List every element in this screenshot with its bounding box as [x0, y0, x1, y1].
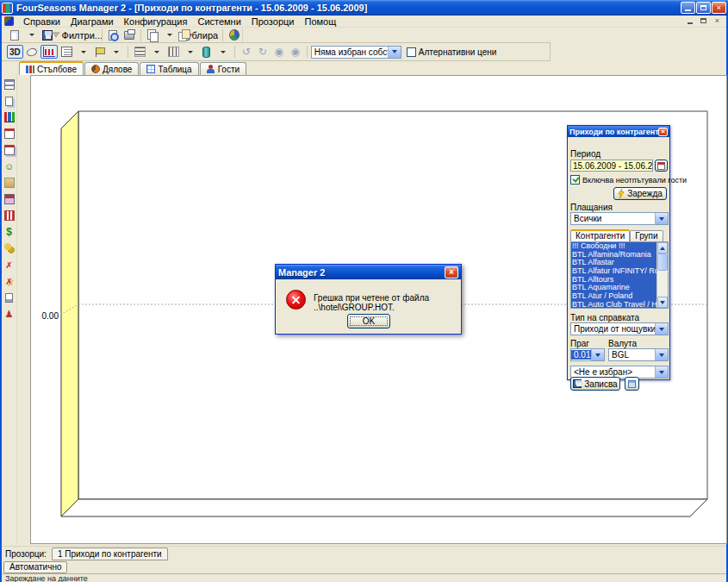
list-item[interactable]: BTL Alfamina/Romania: [571, 251, 656, 260]
period-date-field[interactable]: 15.06.2009 - 15.06.2009: [570, 160, 653, 172]
dialog-close-button[interactable]: ×: [445, 266, 458, 278]
print-button[interactable]: [121, 28, 137, 42]
chart-button[interactable]: [3, 110, 16, 124]
load-button[interactable]: Зарежда: [613, 187, 667, 200]
calendar-duplicate-button[interactable]: [3, 143, 16, 157]
vertical-grid-dropdown[interactable]: [183, 45, 198, 59]
mdi-minimize-button[interactable]: [684, 16, 695, 26]
payments-combobox-arrow[interactable]: [655, 213, 668, 224]
duplicate-button[interactable]: Дублира: [177, 28, 219, 42]
list-item[interactable]: !!! Свободни !!!: [571, 242, 656, 251]
new-report-dropdown[interactable]: [23, 28, 39, 42]
hotel-button[interactable]: [3, 192, 16, 206]
menu-Прозорци[interactable]: Прозорци: [246, 16, 300, 28]
mdi-restore-button[interactable]: [698, 16, 709, 26]
currency-combobox[interactable]: BGL: [608, 348, 669, 361]
mdi-child-icon[interactable]: [4, 16, 14, 26]
panel-close-button[interactable]: ×: [658, 128, 668, 136]
list-item[interactable]: BTL Alltours: [571, 276, 656, 285]
automatic-button[interactable]: Автоматично: [3, 561, 67, 573]
axis-toggle[interactable]: [40, 45, 58, 59]
print-preview-button[interactable]: [105, 28, 121, 42]
menu-Диаграми[interactable]: Диаграми: [65, 16, 119, 28]
document-transfer-button[interactable]: [3, 291, 16, 304]
horizontal-grid-dropdown[interactable]: [149, 45, 165, 59]
owner-combobox[interactable]: Няма избран собственици: [311, 46, 401, 59]
person-report-button[interactable]: [3, 307, 16, 321]
menu-Помощ[interactable]: Помощ: [299, 16, 341, 28]
calendar-button[interactable]: [3, 127, 16, 141]
dialog-title-bar[interactable]: Manager 2 ×: [276, 265, 461, 279]
cancel-payment-button[interactable]: [3, 258, 16, 272]
filters-button[interactable]: Филтри...: [56, 28, 98, 42]
ok-button[interactable]: OK: [347, 314, 390, 329]
panel-title-bar[interactable]: Приходи по контрагенти ×: [568, 126, 669, 137]
tab-Таблица[interactable]: Таблица: [140, 62, 198, 75]
restore-button[interactable]: [696, 2, 711, 14]
profile-combobox-arrow[interactable]: [655, 366, 668, 378]
currency-combobox-arrow[interactable]: [655, 349, 668, 360]
minimize-button[interactable]: [681, 2, 695, 14]
tab-Дялове[interactable]: Дялове: [84, 62, 139, 75]
print-folder-button[interactable]: [3, 176, 16, 190]
threshold-combobox-arrow[interactable]: [591, 349, 604, 360]
panel-save-button[interactable]: Записва: [570, 377, 620, 391]
edit-export-button[interactable]: [3, 94, 16, 108]
new-report-button[interactable]: [7, 28, 22, 42]
depth-increase-button[interactable]: ◉: [288, 45, 303, 59]
calendar-button[interactable]: [655, 160, 668, 172]
scroll-thumb[interactable]: [657, 253, 668, 271]
list-item[interactable]: BTL Alfastar: [571, 259, 656, 267]
horizontal-grid-button[interactable]: [132, 45, 148, 59]
tab-Стълбове[interactable]: Стълбове: [19, 61, 84, 75]
legend-button[interactable]: [59, 45, 75, 59]
menu-Конфигурация[interactable]: Конфигурация: [119, 16, 193, 28]
vertical-grid-button[interactable]: [165, 45, 182, 59]
owner-combobox-arrow[interactable]: [388, 47, 401, 58]
include-guests-row[interactable]: Включва неотпътували гости: [570, 175, 687, 185]
listbox-scrollbar[interactable]: [656, 242, 668, 308]
panel-tab-Групи[interactable]: Групи: [630, 230, 663, 241]
rotate-left-button[interactable]: ↺: [239, 45, 254, 59]
alt-prices-checkbox-row[interactable]: Алтернативни цени: [407, 47, 497, 57]
legend-dropdown[interactable]: [76, 45, 91, 59]
title-bar[interactable]: FourSeasons Manager 2 - [Приходи по конт…: [0, 0, 728, 16]
labels-dropdown[interactable]: [109, 45, 124, 59]
window-list-button[interactable]: [3, 78, 16, 91]
list-item[interactable]: BTL Atur / Poland: [571, 292, 656, 301]
tab-Гости[interactable]: Гости: [200, 62, 246, 75]
mdi-close-button[interactable]: ×: [712, 16, 723, 26]
bar-style-button[interactable]: [199, 45, 215, 59]
block-key-button[interactable]: [3, 274, 16, 288]
report-type-combobox-arrow[interactable]: [655, 323, 668, 335]
list-item[interactable]: BTL Auto Club Travel / Hunga: [571, 301, 656, 308]
payments-combobox[interactable]: Всички: [570, 212, 669, 225]
copy-button[interactable]: [145, 28, 160, 42]
labels-button[interactable]: [92, 45, 108, 59]
copy-dropdown[interactable]: [161, 28, 177, 42]
payments-button[interactable]: [3, 241, 16, 255]
menu-Системни[interactable]: Системни: [192, 16, 246, 28]
list-item[interactable]: BTL Alfatur INFINITY/ Romani: [571, 267, 656, 276]
include-guests-checkbox[interactable]: [570, 175, 580, 185]
contractors-listbox[interactable]: !!! Свободни !!!BTL Alfamina/RomaniaBTL …: [570, 241, 669, 309]
scroll-down-button[interactable]: [657, 297, 668, 308]
dollar-button[interactable]: [3, 225, 16, 239]
window-tab-button[interactable]: 1 Приходи по контрагенти: [52, 548, 168, 560]
rotate-view-button[interactable]: [24, 45, 40, 59]
occupancy-grid-button[interactable]: [3, 209, 16, 222]
view-3d-toggle[interactable]: 3D: [7, 45, 23, 59]
panel-tab-Контрагенти[interactable]: Контрагенти: [570, 229, 630, 241]
guests-button[interactable]: [3, 160, 16, 173]
alt-prices-checkbox[interactable]: [407, 47, 416, 57]
panel-grid-button[interactable]: [625, 377, 639, 391]
report-type-combobox[interactable]: Приходи от нощувки: [570, 322, 669, 335]
close-button[interactable]: ×: [712, 2, 726, 14]
chart-settings-button[interactable]: [227, 28, 242, 42]
bar-style-dropdown[interactable]: [215, 45, 231, 59]
list-item[interactable]: BTL Aquamarine: [571, 284, 656, 292]
scroll-track[interactable]: [657, 271, 668, 297]
rotate-right-button[interactable]: ↻: [255, 45, 271, 59]
depth-decrease-button[interactable]: ◉: [271, 45, 287, 59]
threshold-combobox[interactable]: 0.01: [570, 348, 605, 361]
